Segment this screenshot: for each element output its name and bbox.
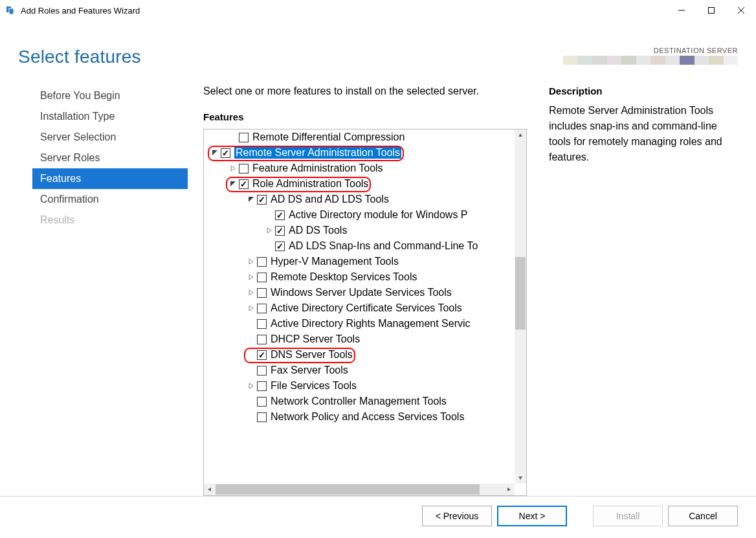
tree-item-label[interactable]: DNS Server Tools	[271, 349, 353, 361]
tree-item-label[interactable]: File Services Tools	[271, 380, 357, 392]
svg-marker-6	[212, 150, 217, 155]
tree-item-label[interactable]: Hyper-V Management Tools	[271, 256, 399, 267]
tree-row[interactable]: Remote Server Administration Tools	[204, 145, 515, 161]
vscroll-track[interactable]	[515, 141, 526, 472]
tree-row[interactable]: Remote Differential Compression	[204, 129, 515, 145]
tree-row[interactable]: Network Policy and Access Services Tools	[204, 409, 515, 425]
checkbox[interactable]	[257, 288, 267, 298]
expander-open-icon[interactable]	[210, 148, 219, 157]
checkbox[interactable]	[257, 381, 267, 391]
svg-marker-12	[249, 275, 253, 280]
expander-open-icon[interactable]	[228, 179, 238, 188]
tree-item-label[interactable]: Network Policy and Access Services Tools	[271, 411, 464, 423]
footer: < Previous Next > Install Cancel	[0, 496, 756, 538]
tree-row[interactable]: Feature Administration Tools	[204, 161, 515, 176]
features-tree[interactable]: Remote Differential CompressionRemote Se…	[204, 129, 515, 484]
tree-item-label[interactable]: Active Directory Rights Management Servi…	[271, 318, 471, 330]
nav-item[interactable]: Server Roles	[32, 148, 188, 168]
tree-row[interactable]: Network Controller Management Tools	[204, 394, 515, 409]
checkbox[interactable]	[275, 241, 285, 251]
features-column: Select one or more features to install o…	[203, 85, 527, 496]
horizontal-scrollbar[interactable]	[204, 484, 515, 495]
nav-item[interactable]: Before You Begin	[32, 85, 188, 106]
next-button[interactable]: Next >	[497, 506, 567, 526]
tree-item-label[interactable]: Remote Server Administration Tools	[234, 147, 401, 159]
expander-closed-icon[interactable]	[247, 304, 256, 313]
tree-row[interactable]: AD DS Tools	[204, 223, 515, 238]
checkbox[interactable]	[275, 226, 285, 236]
tree-item-label[interactable]: Active Directory Certificate Services To…	[271, 302, 462, 314]
tree-item-label[interactable]: Role Administration Tools	[252, 178, 368, 190]
tree-row[interactable]: Windows Server Update Services Tools	[204, 285, 515, 300]
cancel-button[interactable]: Cancel	[668, 506, 738, 526]
tree-item-label[interactable]: Active Directory module for Windows P	[289, 209, 468, 221]
checkbox[interactable]	[257, 366, 267, 375]
wizard-nav: Before You BeginInstallation TypeServer …	[0, 85, 188, 496]
scroll-left-icon[interactable]	[204, 484, 216, 495]
scroll-down-icon[interactable]	[515, 472, 526, 484]
expander-closed-icon[interactable]	[247, 257, 256, 266]
install-button[interactable]: Install	[593, 506, 663, 526]
svg-marker-17	[518, 476, 522, 480]
tree-row[interactable]: Role Administration Tools	[204, 176, 515, 192]
minimize-button[interactable]	[667, 0, 696, 21]
tree-item-label[interactable]: Feature Administration Tools	[252, 163, 383, 174]
close-button[interactable]	[726, 0, 756, 21]
window-controls	[667, 0, 756, 21]
tree-row[interactable]: Hyper-V Management Tools	[204, 254, 515, 269]
tree-row[interactable]: DNS Server Tools	[204, 347, 515, 363]
scroll-up-icon[interactable]	[515, 129, 526, 141]
tree-item-label[interactable]: AD LDS Snap-Ins and Command-Line To	[289, 240, 478, 252]
expander-closed-icon[interactable]	[247, 273, 256, 282]
vscroll-thumb[interactable]	[515, 257, 526, 330]
checkbox[interactable]	[257, 335, 267, 344]
tree-row[interactable]: Fax Server Tools	[204, 363, 515, 378]
scroll-right-icon[interactable]	[503, 484, 515, 495]
checkbox[interactable]	[239, 179, 249, 189]
expander-closed-icon[interactable]	[228, 164, 238, 173]
checkbox[interactable]	[275, 210, 285, 220]
tree-item-label[interactable]: Remote Differential Compression	[252, 131, 405, 143]
checkbox[interactable]	[257, 397, 267, 407]
tree-item-label[interactable]: AD DS Tools	[289, 225, 347, 236]
tree-item-label[interactable]: Remote Desktop Services Tools	[271, 271, 417, 283]
svg-marker-7	[231, 166, 235, 171]
expander-closed-icon[interactable]	[247, 381, 256, 390]
tree-row[interactable]: AD DS and AD LDS Tools	[204, 192, 515, 207]
tree-item-label[interactable]: DHCP Server Tools	[271, 333, 360, 345]
expander-closed-icon[interactable]	[265, 226, 274, 235]
checkbox[interactable]	[221, 148, 230, 158]
tree-item-label[interactable]: AD DS and AD LDS Tools	[271, 194, 389, 205]
vertical-scrollbar[interactable]	[515, 129, 526, 484]
destination-block: DESTINATION SERVER	[563, 47, 738, 65]
hscroll-track[interactable]	[216, 484, 503, 495]
tree-row[interactable]: Active Directory Certificate Services To…	[204, 300, 515, 316]
tree-row[interactable]: AD LDS Snap-Ins and Command-Line To	[204, 238, 515, 254]
tree-row[interactable]: File Services Tools	[204, 378, 515, 394]
tree-item-label[interactable]: Network Controller Management Tools	[271, 396, 447, 407]
hscroll-thumb[interactable]	[216, 484, 480, 495]
checkbox[interactable]	[239, 164, 249, 174]
nav-item[interactable]: Features	[32, 168, 188, 189]
expander-open-icon[interactable]	[247, 195, 256, 204]
tree-row[interactable]: DHCP Server Tools	[204, 331, 515, 347]
tree-row[interactable]: Active Directory Rights Management Servi…	[204, 316, 515, 331]
checkbox[interactable]	[257, 319, 267, 329]
checkbox[interactable]	[257, 273, 267, 282]
checkbox[interactable]	[239, 133, 249, 142]
checkbox[interactable]	[257, 195, 267, 205]
checkbox[interactable]	[257, 350, 267, 360]
previous-button[interactable]: < Previous	[422, 506, 492, 526]
nav-item[interactable]: Confirmation	[32, 189, 188, 210]
checkbox[interactable]	[257, 304, 267, 313]
nav-item[interactable]: Server Selection	[32, 127, 188, 148]
tree-row[interactable]: Active Directory module for Windows P	[204, 207, 515, 223]
expander-closed-icon[interactable]	[247, 288, 256, 297]
tree-item-label[interactable]: Fax Server Tools	[271, 364, 348, 376]
tree-item-label[interactable]: Windows Server Update Services Tools	[271, 287, 452, 298]
tree-row[interactable]: Remote Desktop Services Tools	[204, 269, 515, 285]
nav-item[interactable]: Installation Type	[32, 106, 188, 127]
maximize-button[interactable]	[696, 0, 726, 21]
checkbox[interactable]	[257, 257, 267, 267]
checkbox[interactable]	[257, 412, 267, 422]
